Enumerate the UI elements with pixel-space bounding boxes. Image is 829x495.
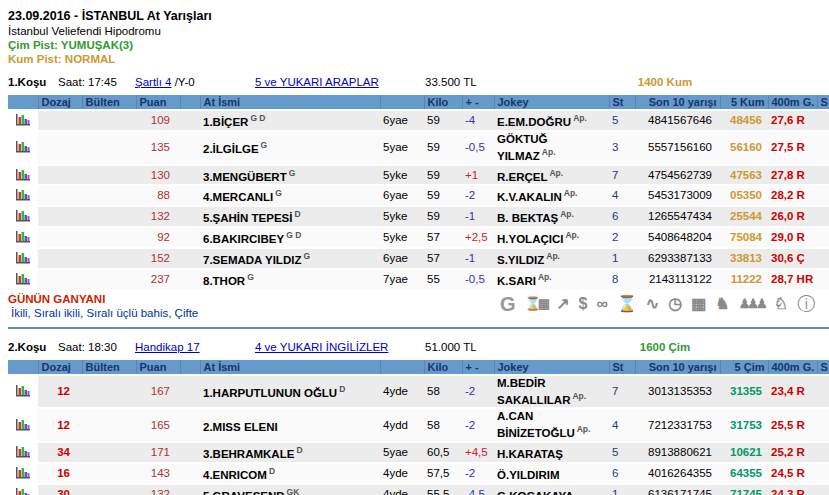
horse-tags: GK <box>287 487 300 495</box>
col-puan: Puan <box>136 95 180 110</box>
race2-category-link[interactable]: 4 ve YUKARI İNGİLİZLER <box>255 341 388 353</box>
gap-cell <box>180 206 200 227</box>
dollar-icon[interactable]: $ <box>579 294 588 314</box>
table-row: 92 6.BAKIRCIBEYG D 5yke 57 +2,5 H.YOLAÇI… <box>8 227 829 248</box>
line-chart-icon[interactable]: ∿ <box>646 294 659 314</box>
trend-arrow-icon[interactable]: ↗ <box>556 294 569 314</box>
stats-chart-icon[interactable] <box>15 187 31 201</box>
age-cell: 7yae <box>380 269 424 289</box>
section-divider <box>8 327 829 329</box>
race2-table-header: Dozaj Bülten Puan At İsmi Kilo + - Jokey… <box>8 360 829 375</box>
bulten-cell <box>82 442 136 463</box>
start-box-cell: 7 <box>609 375 635 409</box>
puan-cell: 165 <box>136 408 180 442</box>
horse-name-cell: 8.THORG <box>200 269 380 289</box>
col-400m: 400m G. <box>768 95 817 110</box>
stats-chart-icon[interactable] <box>15 465 31 479</box>
stats-cell <box>8 408 38 442</box>
col-gap <box>180 360 200 375</box>
horse-tags: G D <box>250 113 265 123</box>
col-stats <box>8 360 38 375</box>
last5-surface-cell: 31753 <box>720 408 768 442</box>
time-400m-cell: 29,0 R <box>768 227 817 248</box>
apprentice-tag: Ap. <box>565 230 579 240</box>
race1-condition-suffix: /Y-0 <box>175 76 195 88</box>
stats-chart-icon[interactable] <box>15 486 31 495</box>
time-400m-cell: 24,5 R <box>768 463 817 484</box>
race2-table-body: 12 167 1.HARPUTLUNUN OĞLUD 4yde 58 -2 M.… <box>8 375 829 495</box>
stats-cell <box>8 442 38 463</box>
ganyan-letter-icon[interactable]: G <box>500 293 516 315</box>
stats-chart-icon[interactable] <box>15 167 31 181</box>
stats-chart-icon[interactable] <box>15 208 31 222</box>
time-400m-cell: 27,8 R <box>768 165 817 186</box>
time-400m-cell: 25,5 R <box>768 408 817 442</box>
horse-name: 3.BEHRAMKALE <box>203 448 294 460</box>
stopwatch-icon[interactable]: ◷ <box>668 294 682 314</box>
jockey-cell: Ö.YILDIRIM <box>494 463 609 484</box>
stats-cell <box>8 484 38 495</box>
stats-chart-icon[interactable] <box>15 229 31 243</box>
jockey-name: H.YOLAÇICI <box>497 233 563 245</box>
stats-chart-icon[interactable] <box>15 112 31 126</box>
stats-chart-icon[interactable] <box>15 417 31 431</box>
race1-condition-link[interactable]: Şartlı 4 <box>135 76 171 88</box>
apprentice-tag: Ap. <box>549 168 563 178</box>
last5-surface-cell: 71745 <box>720 484 768 495</box>
jockey-cell: S.YILDIZAp. <box>494 248 609 269</box>
kilo-cell: 60,5 <box>424 442 462 463</box>
jockey-name: H.KARATAŞ <box>497 448 563 460</box>
bulten-cell <box>82 484 136 495</box>
calculator-icon[interactable]: ▦ <box>691 294 706 314</box>
weight-change-cell: -4 <box>462 110 494 131</box>
horse-tags: D <box>296 445 302 455</box>
last10-results-cell: 6293387133 <box>635 248 720 269</box>
apprentice-tag: Ap. <box>560 209 574 219</box>
last10-results-cell: 4754562739 <box>635 165 720 186</box>
stats-cell <box>8 110 38 131</box>
binoculars-icon[interactable]: ∞ <box>596 294 607 314</box>
col-jokey: Jokey <box>494 360 609 375</box>
horse-tags: D <box>294 209 300 219</box>
table-row: 130 3.MENGÜBERTG 5yke 59 +1 R.ERÇELAp. 7… <box>8 165 829 186</box>
stats-cell <box>8 375 38 409</box>
stats-chart-icon[interactable] <box>15 139 31 153</box>
jockey-cell: GÖKTUĞ YILMAZAp. <box>494 131 609 165</box>
start-box-cell: 5 <box>609 110 635 131</box>
kilo-cell: 59 <box>424 110 462 131</box>
horse-name-cell: 5.GRAVESENDGK <box>200 484 380 495</box>
start-box-cell: 1 <box>609 248 635 269</box>
stats-chart-icon[interactable] <box>15 383 31 397</box>
last5-surface-cell: 31355 <box>720 375 768 409</box>
kilo-cell: 59 <box>424 165 462 186</box>
gap-cell <box>180 442 200 463</box>
stats-chart-icon[interactable] <box>15 444 31 458</box>
s-cell <box>817 408 829 442</box>
jockey-name: R.ERÇEL <box>497 170 547 182</box>
hourglass-calculator-icon[interactable]: ⌛▦ <box>525 294 548 314</box>
race1-category-link[interactable]: 5 ve YUKARI ARAPLAR <box>255 76 379 88</box>
horse-name: 7.SEMADA YILDIZ <box>203 254 301 266</box>
race2-condition-link[interactable]: Handikap 17 <box>135 341 200 353</box>
dozaj-cell <box>38 269 82 289</box>
horse-name-cell: 1.BİÇERG D <box>200 110 380 131</box>
stats-chart-icon[interactable] <box>15 250 31 264</box>
last10-results-cell: 1265547434 <box>635 206 720 227</box>
dozaj-cell <box>38 165 82 186</box>
start-box-cell: 5 <box>609 442 635 463</box>
stats-chart-icon[interactable] <box>15 271 31 285</box>
jockey-horse-icon[interactable]: ♘ <box>774 294 788 314</box>
kilo-cell: 58 <box>424 408 462 442</box>
info-icon[interactable]: ⓘ <box>797 294 815 314</box>
table-row: 12 167 1.HARPUTLUNUN OĞLUD 4yde 58 -2 M.… <box>8 375 829 409</box>
hourglass-icon[interactable]: ⌛ <box>617 294 637 314</box>
s-cell <box>817 110 829 131</box>
stats-cell <box>8 269 38 289</box>
time-400m-cell: 24,3 R <box>768 484 817 495</box>
people-icon[interactable]: ♟♟♟ <box>739 294 765 314</box>
horse-head-icon[interactable]: ♞ <box>715 294 729 314</box>
table-row: 109 1.BİÇERG D 6yae 59 -4 E.EM.DOĞRUAp. … <box>8 110 829 131</box>
jockey-name: A.CAN BİNİZETOĞLU <box>497 410 575 439</box>
jockey-cell: R.ERÇELAp. <box>494 165 609 186</box>
col-son10: Son 10 yarışı <box>635 360 720 375</box>
